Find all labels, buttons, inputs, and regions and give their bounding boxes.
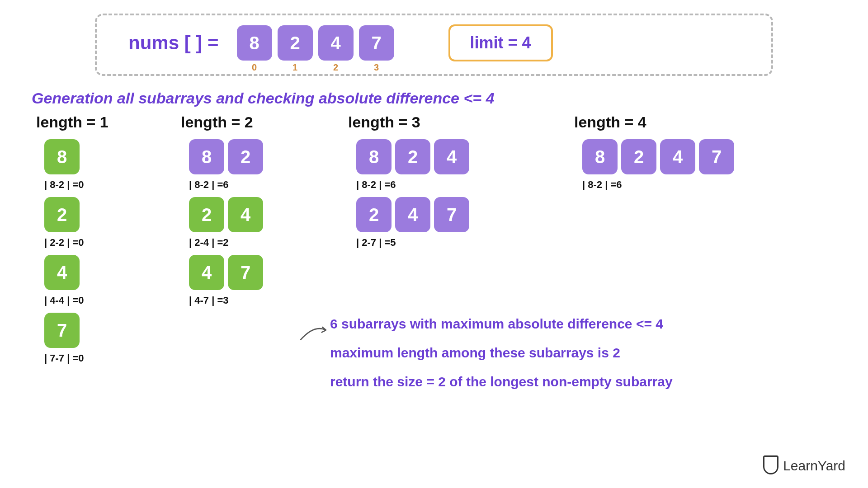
cell: 2 (356, 197, 392, 232)
summary: 6 subarrays with maximum absolute differ… (330, 316, 673, 389)
cell: 2 (44, 197, 80, 232)
col-header-4: length = 4 (574, 113, 646, 131)
summary-line: maximum length among these subarrays is … (330, 345, 673, 361)
nums-box-3: 7 (359, 25, 394, 61)
subarray: 82| 8-2 | =6 (189, 139, 263, 191)
cell: 4 (434, 139, 469, 174)
cell: 2 (189, 197, 224, 232)
nums-array: 80 21 42 73 (237, 25, 394, 61)
diff-label: | 7-7 | =0 (44, 352, 84, 364)
diff-label: | 8-2 | =6 (582, 179, 734, 191)
nums-idx-2: 2 (318, 62, 354, 73)
nums-label: nums [ ] = (128, 32, 219, 54)
cell: 2 (621, 139, 656, 174)
column-len4: length = 4 8247| 8-2 | =6 (574, 113, 734, 197)
subarray: 2| 2-2 | =0 (44, 197, 84, 249)
input-header: nums [ ] = 80 21 42 73 limit = 4 (95, 14, 773, 76)
nums-idx-3: 3 (359, 62, 394, 73)
diff-label: | 4-4 | =0 (44, 295, 84, 306)
subarray: 24| 2-4 | =2 (189, 197, 263, 249)
diff-label: | 8-2 | =6 (356, 179, 469, 191)
column-len3: length = 3 824| 8-2 | =6 247| 2-7 | =5 (348, 113, 547, 255)
nums-idx-1: 1 (278, 62, 313, 73)
subarray: 8247| 8-2 | =6 (582, 139, 734, 191)
diff-label: | 4-7 | =3 (189, 295, 263, 306)
cell: 7 (434, 197, 469, 232)
nums-box-2: 4 (318, 25, 354, 61)
col-header-3: length = 3 (348, 113, 420, 131)
cell: 7 (228, 255, 263, 290)
nums-box-0: 8 (237, 25, 272, 61)
cell: 2 (228, 139, 263, 174)
summary-line: return the size = 2 of the longest non-e… (330, 374, 673, 389)
subarray: 47| 4-7 | =3 (189, 255, 263, 306)
subarray: 247| 2-7 | =5 (356, 197, 469, 249)
cell: 4 (44, 255, 80, 290)
diff-label: | 2-7 | =5 (356, 237, 469, 249)
cell: 7 (44, 313, 80, 348)
col-header-2: length = 2 (181, 113, 253, 131)
arrow-icon (298, 321, 330, 343)
cell: 8 (44, 139, 80, 174)
subarray: 8| 8-2 | =0 (44, 139, 84, 191)
cell: 8 (356, 139, 392, 174)
cell: 2 (395, 139, 430, 174)
logo: LearnYard (763, 457, 845, 474)
diff-label: | 8-2 | =6 (189, 179, 263, 191)
column-len2: length = 2 82| 8-2 | =6 24| 2-4 | =2 47|… (181, 113, 321, 313)
diff-label: | 2-2 | =0 (44, 237, 84, 249)
summary-line: 6 subarrays with maximum absolute differ… (330, 316, 673, 332)
logo-icon (763, 457, 778, 474)
logo-text: LearnYard (783, 458, 845, 474)
subarray: 824| 8-2 | =6 (356, 139, 469, 191)
column-len1: length = 1 8| 8-2 | =0 2| 2-2 | =0 4| 4-… (36, 113, 154, 371)
nums-box-1: 2 (278, 25, 313, 61)
nums-idx-0: 0 (237, 62, 272, 73)
col-header-1: length = 1 (36, 113, 108, 131)
cell: 8 (582, 139, 618, 174)
cell: 4 (228, 197, 263, 232)
subarray: 4| 4-4 | =0 (44, 255, 84, 306)
diff-label: | 8-2 | =0 (44, 179, 84, 191)
diff-label: | 2-4 | =2 (189, 237, 263, 249)
limit-box: limit = 4 (448, 24, 553, 61)
cell: 7 (699, 139, 734, 174)
subtitle: Generation all subarrays and checking ab… (32, 89, 841, 107)
cell: 4 (660, 139, 695, 174)
subarray: 7| 7-7 | =0 (44, 313, 84, 364)
cell: 8 (189, 139, 224, 174)
cell: 4 (395, 197, 430, 232)
cell: 4 (189, 255, 224, 290)
